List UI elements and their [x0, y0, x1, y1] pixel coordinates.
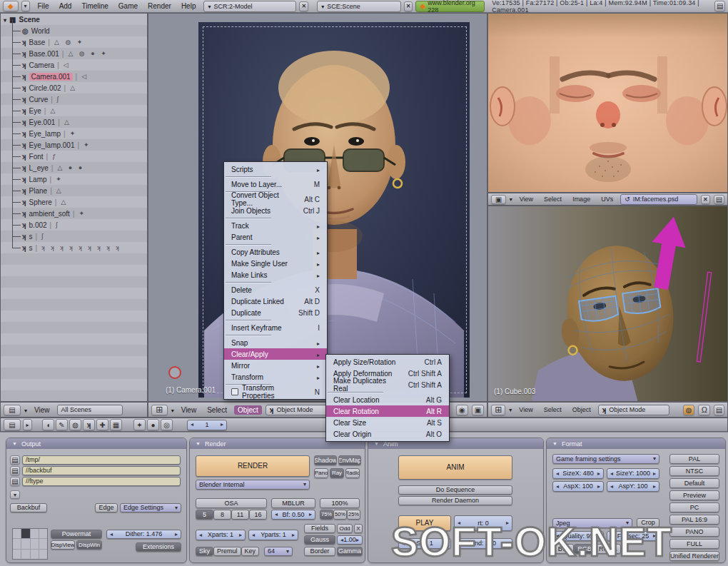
size-100-toggle[interactable]: 100% [320, 498, 360, 508]
mblur-toggle[interactable]: MBLUR [271, 498, 315, 508]
context-icon[interactable] [96, 419, 108, 430]
gamma-toggle[interactable]: Gamma [337, 547, 363, 556]
x-toggle[interactable]: X [354, 524, 363, 533]
outliner-row[interactable]: ʞ s | ʞ ʞ ʞ ʞ ʞ ʞ ʞ ʞ ʞ [1, 242, 147, 253]
format-preset-button[interactable]: PC [669, 502, 719, 512]
expand-icon[interactable] [4, 16, 6, 24]
sizey-stepper[interactable]: SizeY: 1000 [607, 468, 659, 479]
scene-browse-icon[interactable] [321, 3, 324, 10]
menubar-menu-item[interactable]: Render [143, 2, 176, 10]
outliner-row[interactable]: ʞ Eye.001 | △ [1, 116, 147, 128]
select-menu[interactable]: Select [540, 405, 565, 414]
lock-view-icon[interactable] [456, 405, 468, 415]
context-menu-item[interactable]: Snap [224, 337, 327, 348]
outliner-row[interactable]: ʞ Camera.001 | ◁ [1, 71, 147, 82]
size-percent-button[interactable]: 75% [320, 510, 333, 520]
object-name[interactable]: Sphere [29, 198, 52, 206]
editor-type-icon[interactable] [4, 405, 21, 415]
screen-delete-icon[interactable] [299, 1, 308, 11]
object-name[interactable]: Font [29, 153, 44, 161]
format-panel-header[interactable]: Format [547, 438, 725, 449]
render-toggle[interactable]: EnvMap [338, 455, 361, 465]
edge-settings-dropdown[interactable]: Edge Settings [120, 503, 181, 512]
sizex-stepper[interactable]: SizeX: 480 [552, 468, 604, 479]
context-menu-item[interactable]: Make Links [224, 269, 327, 281]
outliner-row[interactable]: ʞ Curve | ʃ [1, 94, 147, 105]
context-icon[interactable] [83, 419, 95, 430]
object-name[interactable]: Eye [29, 107, 41, 115]
outliner-row[interactable]: ʞ Plane | △ [1, 185, 147, 196]
menubar-menu-item[interactable]: Help [176, 2, 201, 10]
manipulator-icon[interactable] [714, 405, 724, 415]
menubar-menu-item[interactable]: Timeline [76, 2, 113, 10]
viewport-3d-secondary[interactable]: (1) Cube.003 [487, 206, 728, 402]
outliner-row[interactable]: ʞ Lamp | ✦ [1, 173, 147, 185]
pivot-icon[interactable] [698, 405, 710, 415]
object-menu[interactable]: Object [569, 405, 595, 414]
octree-dropdown[interactable]: 64 [264, 547, 293, 556]
submenu-item[interactable]: Clear Rotation Alt R [326, 405, 449, 417]
menubar-collapse-icon[interactable] [21, 1, 30, 11]
outliner-scope-select[interactable]: All Scenes [57, 405, 123, 415]
context-menu-item[interactable]: Join Objects Ctrl J [224, 205, 327, 216]
object-name[interactable]: Eye.001 [29, 118, 56, 126]
draw-mode-icon[interactable] [683, 405, 695, 415]
submenu-item[interactable]: Apply Size/Rotation Ctrl A [326, 356, 449, 368]
backbuf-path-field[interactable]: //backbuf [22, 466, 181, 475]
render-toggle[interactable]: Radio [345, 468, 360, 478]
osa-level-button[interactable]: 11 [231, 510, 249, 520]
render-toggle[interactable]: Pano [314, 468, 328, 478]
format-preset-button[interactable]: NTSC [669, 466, 719, 476]
editor-type-icon[interactable] [4, 419, 21, 430]
frame-number-stepper[interactable]: 1 [187, 420, 227, 430]
format-preset-button[interactable]: PAL 16:9 [669, 515, 719, 525]
render-daemon-toggle[interactable]: Render Daemon [398, 496, 512, 505]
object-name[interactable]: b.002 [29, 221, 47, 229]
outliner-row[interactable]: ʞ Eye | △ [1, 105, 147, 116]
screen-browse-icon[interactable] [208, 3, 211, 10]
outliner-row[interactable]: ʞ Base.001 | △ ◍ ● ✦ [1, 48, 147, 59]
pulldown-icon[interactable] [509, 406, 512, 413]
blur-factor-stepper[interactable]: Bf: 0.50 [271, 510, 315, 520]
outliner-row[interactable]: ʞ Font | ƒ [1, 151, 147, 162]
context-menu-item[interactable]: Parent [224, 231, 327, 243]
image-pin-icon[interactable] [714, 195, 724, 204]
object-name[interactable]: Eye_lamp.001 [29, 141, 75, 149]
context-menu-item[interactable]: Delete X [224, 284, 327, 295]
object-menu[interactable]: Object [234, 405, 262, 415]
object-name[interactable]: Camera.001 [29, 73, 73, 81]
context-menu-item[interactable]: Scripts [224, 163, 327, 175]
image-reload-icon[interactable] [625, 196, 630, 203]
outliner-row[interactable]: ʞ Sphere | △ [1, 196, 147, 208]
menubar-menu-item[interactable]: Add [54, 2, 77, 10]
gauss-value-stepper[interactable]: 1.00 [337, 535, 363, 545]
outliner-root-row[interactable]: Scene [1, 14, 147, 25]
editor-type-icon[interactable] [491, 195, 506, 204]
outliner-row[interactable]: ʞ L_eye | △ ● ● [1, 162, 147, 173]
object-name[interactable]: Camera [29, 61, 55, 69]
view-menu[interactable]: View [515, 405, 536, 414]
gauss-toggle[interactable]: Gauss [304, 535, 335, 545]
scene-delete-icon[interactable] [404, 1, 413, 11]
context-menu-item[interactable]: Copy Attributes [224, 246, 327, 258]
render-toggle[interactable]: Ray [330, 468, 344, 478]
select-menu[interactable]: Select [203, 405, 231, 415]
alpha-mode-button[interactable]: Sky [196, 547, 213, 556]
pulldown-icon[interactable] [171, 406, 174, 414]
scene-selector[interactable]: SCE:Scene [317, 1, 401, 12]
outliner-view-menu[interactable]: View [31, 405, 54, 415]
outliner-row[interactable]: ʞ s | ʃ [1, 231, 147, 242]
submenu-item[interactable]: Make Duplicates Real Ctrl Shift A [326, 379, 449, 390]
dispwin-toggle[interactable]: DispWin [76, 540, 102, 550]
anim-button[interactable]: ANIM [398, 455, 512, 480]
file-select-icon[interactable] [10, 477, 20, 486]
render-engine-dropdown[interactable]: Blender Internal [196, 480, 310, 490]
pulldown-icon[interactable] [24, 406, 27, 414]
format-preset-button[interactable]: PAL [669, 454, 719, 464]
fields-toggle[interactable]: Fields [304, 524, 335, 533]
osa-toggle[interactable]: OSA [196, 498, 267, 508]
editor-type-icon[interactable] [491, 405, 505, 415]
size-percent-button[interactable]: 50% [333, 510, 347, 520]
object-name[interactable]: Circle.002 [29, 84, 61, 92]
editor-type-icon[interactable] [151, 405, 168, 415]
